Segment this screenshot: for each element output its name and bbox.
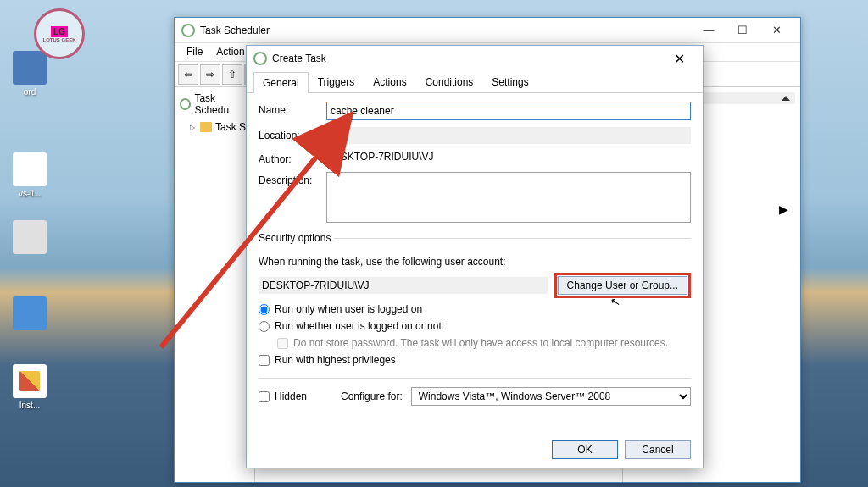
name-label: Name: <box>259 102 326 116</box>
hidden-label: Hidden <box>275 390 307 402</box>
forward-button[interactable]: ⇨ <box>200 64 220 85</box>
tree-child-library[interactable]: Task S <box>188 119 251 135</box>
desktop-icon[interactable]: ord <box>4 51 55 97</box>
desktop-icon[interactable]: vs-li... <box>4 152 55 198</box>
close-button[interactable]: ✕ <box>662 51 696 67</box>
desktop-icon[interactable]: Inst... <box>4 364 55 410</box>
author-value: DESKTOP-7RIDUIU\VJ <box>326 151 433 163</box>
run-whether-radio[interactable] <box>259 321 270 332</box>
logo-initials: LG <box>51 26 68 37</box>
maximize-button[interactable]: ☐ <box>726 19 760 42</box>
security-options-group: Security options When running the task, … <box>259 232 691 371</box>
highest-privileges-label: Run with highest privileges <box>275 354 396 366</box>
ok-button[interactable]: OK <box>552 440 618 459</box>
tree-root[interactable]: Task Schedu <box>178 91 251 118</box>
tab-conditions[interactable]: Conditions <box>416 71 483 92</box>
no-store-password-label: Do not store password. The task will onl… <box>293 337 668 349</box>
tab-general[interactable]: General <box>253 72 309 93</box>
dialog-title: Create Task <box>272 53 662 64</box>
no-store-password-checkbox <box>277 338 288 349</box>
configure-for-select[interactable]: Windows Vista™, Windows Server™ 2008 <box>411 387 691 406</box>
tab-settings[interactable]: Settings <box>482 71 537 92</box>
cancel-button[interactable]: Cancel <box>625 440 691 459</box>
dialog-titlebar[interactable]: Create Task ✕ <box>247 46 703 71</box>
window-title: Task Scheduler <box>200 25 692 36</box>
annotation-highlight: Change User or Group... <box>554 273 691 298</box>
hidden-checkbox[interactable] <box>259 391 270 402</box>
author-label: Author: <box>259 151 326 165</box>
titlebar[interactable]: Task Scheduler — ☐ ✕ <box>175 18 800 43</box>
folder-icon <box>200 122 212 132</box>
configure-for-label: Configure for: <box>341 390 403 402</box>
up-button[interactable]: ⇧ <box>222 64 242 85</box>
menu-file[interactable]: File <box>180 43 209 61</box>
security-legend: Security options <box>259 232 334 244</box>
tab-triggers[interactable]: Triggers <box>309 71 364 92</box>
desktop-icon[interactable] <box>4 296 55 333</box>
location-value: \ <box>326 127 691 144</box>
create-task-dialog: Create Task ✕ General Triggers Actions C… <box>246 45 704 468</box>
tree-panel: Task Schedu Task S <box>175 87 255 482</box>
tabbar: General Triggers Actions Conditions Sett… <box>247 71 703 93</box>
desktop-icon[interactable] <box>4 220 55 257</box>
location-label: Location: <box>259 127 326 141</box>
change-user-button[interactable]: Change User or Group... <box>558 276 687 295</box>
minimize-button[interactable]: — <box>692 19 726 42</box>
clock-icon <box>180 98 191 110</box>
back-button[interactable]: ⇦ <box>178 64 198 85</box>
run-logged-on-radio[interactable] <box>259 304 270 315</box>
running-account-label: When running the task, use the following… <box>259 256 691 268</box>
run-logged-on-label: Run only when user is logged on <box>275 303 422 315</box>
clock-icon <box>253 52 267 65</box>
description-input[interactable] <box>326 172 691 223</box>
tab-actions[interactable]: Actions <box>364 71 415 92</box>
logo-watermark: LG LOTUS GEEK <box>34 8 85 59</box>
description-label: Description: <box>259 172 326 186</box>
name-input[interactable] <box>326 102 691 120</box>
run-whether-label: Run whether user is logged on or not <box>275 320 442 332</box>
account-value: DESKTOP-7RIDUIU\VJ <box>259 277 548 294</box>
clock-icon <box>181 24 195 37</box>
highest-privileges-checkbox[interactable] <box>259 355 270 366</box>
close-button[interactable]: ✕ <box>760 19 793 42</box>
logo-brand: LOTUS GEEK <box>42 37 75 42</box>
collapse-icon <box>782 96 790 101</box>
